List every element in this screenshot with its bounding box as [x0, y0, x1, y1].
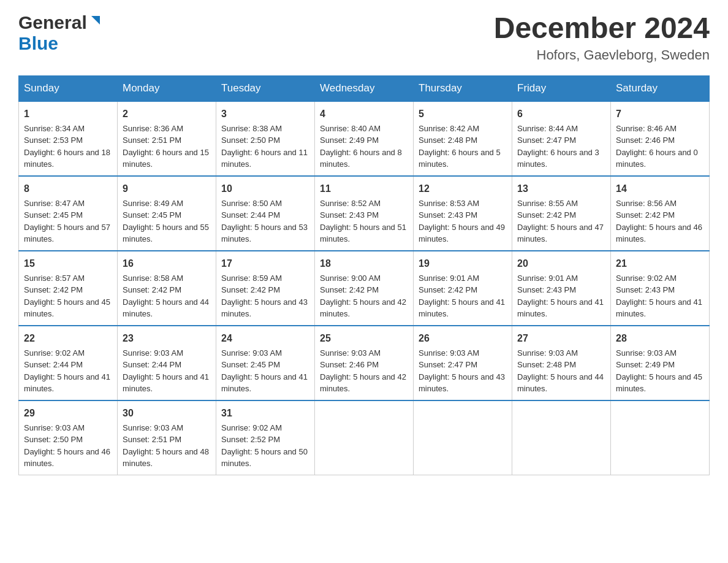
day-number: 24 [221, 331, 309, 346]
day-number: 13 [517, 182, 605, 196]
day-info: Sunrise: 9:00 AMSunset: 2:42 PMDaylight:… [320, 274, 406, 319]
day-number: 27 [517, 331, 605, 346]
calendar-cell: 19Sunrise: 9:01 AMSunset: 2:42 PMDayligh… [414, 251, 512, 326]
calendar-cell: 26Sunrise: 9:03 AMSunset: 2:47 PMDayligh… [414, 326, 512, 400]
week-row-5: 29Sunrise: 9:03 AMSunset: 2:50 PMDayligh… [19, 400, 710, 475]
day-number: 5 [419, 107, 507, 121]
day-number: 3 [221, 107, 309, 121]
day-info: Sunrise: 9:03 AMSunset: 2:47 PMDaylight:… [419, 348, 505, 394]
calendar-cell: 6Sunrise: 8:44 AMSunset: 2:47 PMDaylight… [512, 101, 611, 176]
calendar-cell: 8Sunrise: 8:47 AMSunset: 2:45 PMDaylight… [19, 176, 118, 251]
calendar-cell: 21Sunrise: 9:02 AMSunset: 2:43 PMDayligh… [611, 251, 710, 326]
day-number: 6 [517, 107, 605, 121]
title-section: December 2024 Hofors, Gaevleborg, Sweden [494, 12, 710, 63]
day-info: Sunrise: 8:42 AMSunset: 2:48 PMDaylight:… [419, 124, 501, 169]
calendar-cell: 17Sunrise: 8:59 AMSunset: 2:42 PMDayligh… [216, 251, 315, 326]
day-number: 14 [616, 182, 704, 196]
logo-blue-text: Blue [18, 33, 58, 54]
day-info: Sunrise: 8:44 AMSunset: 2:47 PMDaylight:… [517, 124, 599, 169]
day-header-thursday: Thursday [414, 75, 512, 101]
logo-general-text: General [18, 12, 87, 33]
day-info: Sunrise: 8:57 AMSunset: 2:42 PMDaylight:… [24, 274, 110, 319]
day-info: Sunrise: 8:47 AMSunset: 2:45 PMDaylight:… [24, 199, 110, 244]
day-number: 20 [517, 256, 605, 271]
day-number: 8 [24, 182, 112, 196]
calendar-cell: 28Sunrise: 9:03 AMSunset: 2:49 PMDayligh… [611, 326, 710, 400]
day-number: 18 [320, 256, 408, 271]
calendar-cell: 3Sunrise: 8:38 AMSunset: 2:50 PMDaylight… [216, 101, 315, 176]
day-number: 26 [419, 331, 507, 346]
calendar-cell: 20Sunrise: 9:01 AMSunset: 2:43 PMDayligh… [512, 251, 611, 326]
calendar-cell: 1Sunrise: 8:34 AMSunset: 2:53 PMDaylight… [19, 101, 118, 176]
logo: General Blue [18, 12, 102, 54]
day-info: Sunrise: 9:03 AMSunset: 2:48 PMDaylight:… [517, 348, 604, 394]
day-info: Sunrise: 8:49 AMSunset: 2:45 PMDaylight:… [123, 199, 209, 244]
day-number: 19 [419, 256, 507, 271]
day-info: Sunrise: 9:01 AMSunset: 2:43 PMDaylight:… [517, 274, 604, 319]
calendar-table: SundayMondayTuesdayWednesdayThursdayFrid… [18, 75, 710, 475]
day-info: Sunrise: 8:52 AMSunset: 2:43 PMDaylight:… [320, 199, 406, 244]
calendar-subtitle: Hofors, Gaevleborg, Sweden [494, 47, 710, 63]
week-row-3: 15Sunrise: 8:57 AMSunset: 2:42 PMDayligh… [19, 251, 710, 326]
day-header-wednesday: Wednesday [315, 75, 414, 101]
calendar-cell: 31Sunrise: 9:02 AMSunset: 2:52 PMDayligh… [216, 400, 315, 475]
day-info: Sunrise: 8:40 AMSunset: 2:49 PMDaylight:… [320, 124, 402, 169]
day-number: 4 [320, 107, 408, 121]
day-info: Sunrise: 9:03 AMSunset: 2:51 PMDaylight:… [123, 423, 209, 469]
day-header-sunday: Sunday [19, 75, 118, 101]
calendar-cell: 7Sunrise: 8:46 AMSunset: 2:46 PMDaylight… [611, 101, 710, 176]
calendar-cell: 15Sunrise: 8:57 AMSunset: 2:42 PMDayligh… [19, 251, 118, 326]
day-info: Sunrise: 9:03 AMSunset: 2:49 PMDaylight:… [616, 348, 702, 394]
calendar-cell: 13Sunrise: 8:55 AMSunset: 2:42 PMDayligh… [512, 176, 611, 251]
calendar-cell: 23Sunrise: 9:03 AMSunset: 2:44 PMDayligh… [118, 326, 216, 400]
day-info: Sunrise: 9:03 AMSunset: 2:50 PMDaylight:… [24, 423, 110, 469]
calendar-cell: 2Sunrise: 8:36 AMSunset: 2:51 PMDaylight… [118, 101, 216, 176]
day-header-tuesday: Tuesday [216, 75, 315, 101]
day-info: Sunrise: 9:02 AMSunset: 2:43 PMDaylight:… [616, 274, 702, 319]
day-info: Sunrise: 8:59 AMSunset: 2:42 PMDaylight:… [221, 274, 308, 319]
week-row-2: 8Sunrise: 8:47 AMSunset: 2:45 PMDaylight… [19, 176, 710, 251]
day-number: 29 [24, 406, 112, 421]
day-info: Sunrise: 9:01 AMSunset: 2:42 PMDaylight:… [419, 274, 505, 319]
day-info: Sunrise: 9:02 AMSunset: 2:52 PMDaylight:… [221, 423, 308, 469]
day-number: 22 [24, 331, 112, 346]
calendar-cell: 16Sunrise: 8:58 AMSunset: 2:42 PMDayligh… [118, 251, 216, 326]
day-number: 28 [616, 331, 704, 346]
day-info: Sunrise: 8:36 AMSunset: 2:51 PMDaylight:… [123, 124, 209, 169]
day-info: Sunrise: 9:03 AMSunset: 2:45 PMDaylight:… [221, 348, 308, 394]
day-info: Sunrise: 8:58 AMSunset: 2:42 PMDaylight:… [123, 274, 209, 319]
calendar-cell: 5Sunrise: 8:42 AMSunset: 2:48 PMDaylight… [414, 101, 512, 176]
day-number: 2 [123, 107, 211, 121]
day-info: Sunrise: 8:50 AMSunset: 2:44 PMDaylight:… [221, 199, 308, 244]
day-info: Sunrise: 8:34 AMSunset: 2:53 PMDaylight:… [24, 124, 110, 169]
calendar-cell [315, 400, 414, 475]
calendar-cell: 30Sunrise: 9:03 AMSunset: 2:51 PMDayligh… [118, 400, 216, 475]
day-number: 1 [24, 107, 112, 121]
day-header-saturday: Saturday [611, 75, 710, 101]
day-number: 25 [320, 331, 408, 346]
week-row-4: 22Sunrise: 9:02 AMSunset: 2:44 PMDayligh… [19, 326, 710, 400]
day-info: Sunrise: 9:02 AMSunset: 2:44 PMDaylight:… [24, 348, 110, 394]
calendar-header-row: SundayMondayTuesdayWednesdayThursdayFrid… [19, 75, 710, 101]
day-header-monday: Monday [118, 75, 216, 101]
day-number: 30 [123, 406, 211, 421]
page-header: General Blue December 2024 Hofors, Gaevl… [18, 12, 710, 63]
calendar-cell: 9Sunrise: 8:49 AMSunset: 2:45 PMDaylight… [118, 176, 216, 251]
day-number: 9 [123, 182, 211, 196]
day-info: Sunrise: 8:55 AMSunset: 2:42 PMDaylight:… [517, 199, 604, 244]
day-info: Sunrise: 8:46 AMSunset: 2:46 PMDaylight:… [616, 124, 698, 169]
calendar-cell: 24Sunrise: 9:03 AMSunset: 2:45 PMDayligh… [216, 326, 315, 400]
calendar-cell: 22Sunrise: 9:02 AMSunset: 2:44 PMDayligh… [19, 326, 118, 400]
day-number: 15 [24, 256, 112, 271]
day-info: Sunrise: 8:56 AMSunset: 2:42 PMDaylight:… [616, 199, 702, 244]
calendar-cell: 4Sunrise: 8:40 AMSunset: 2:49 PMDaylight… [315, 101, 414, 176]
calendar-cell: 10Sunrise: 8:50 AMSunset: 2:44 PMDayligh… [216, 176, 315, 251]
day-info: Sunrise: 9:03 AMSunset: 2:44 PMDaylight:… [123, 348, 209, 394]
calendar-cell [512, 400, 611, 475]
calendar-title: December 2024 [494, 12, 710, 45]
day-number: 21 [616, 256, 704, 271]
day-header-friday: Friday [512, 75, 611, 101]
day-info: Sunrise: 9:03 AMSunset: 2:46 PMDaylight:… [320, 348, 406, 394]
calendar-cell: 18Sunrise: 9:00 AMSunset: 2:42 PMDayligh… [315, 251, 414, 326]
calendar-cell: 29Sunrise: 9:03 AMSunset: 2:50 PMDayligh… [19, 400, 118, 475]
